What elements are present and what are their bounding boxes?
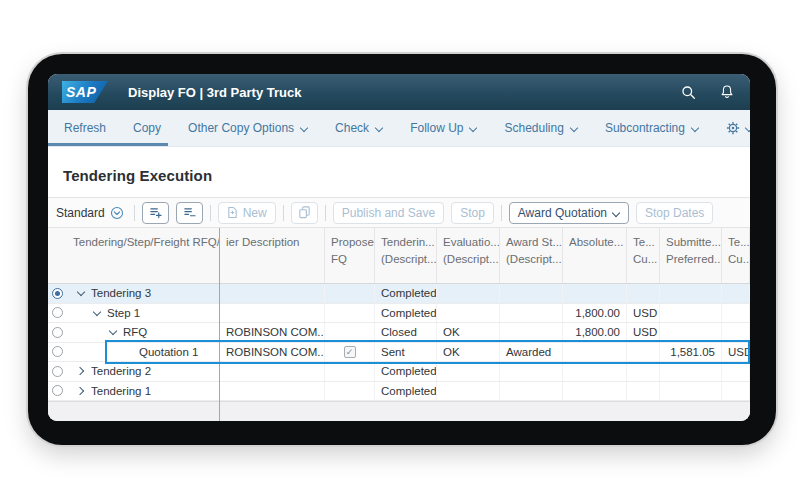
table-row[interactable]: Tendering 3 Completed xyxy=(48,284,750,304)
cell-currency-2 xyxy=(722,382,750,401)
cell-proposed-fq xyxy=(325,362,375,381)
cell-carrier-description xyxy=(220,382,325,401)
app-title: Display FO | 3rd Party Truck xyxy=(128,85,301,100)
table-row[interactable]: Tendering 1 Completed xyxy=(48,382,750,402)
collapse-all-icon xyxy=(183,206,196,219)
menu-item-refresh[interactable]: Refresh xyxy=(64,121,106,135)
table-row[interactable]: RFQ ROBINSON COM... Closed OK 1,800.00 U… xyxy=(48,323,750,343)
cell-proposed-fq xyxy=(325,382,375,401)
view-selector-icon xyxy=(110,206,124,220)
row-select-radio[interactable] xyxy=(52,307,63,318)
row-select-radio[interactable] xyxy=(52,327,63,338)
cell-carrier-description: ROBINSON COM... xyxy=(220,323,325,342)
expand-all-button[interactable] xyxy=(142,202,169,224)
column-header-absolute[interactable]: Absolute... xyxy=(563,228,627,283)
screenshot-canvas: SAP Display FO | 3rd Party Truck Refresh… xyxy=(0,0,800,500)
column-header-hierarchy[interactable]: Tendering/Step/Freight RFQ/... xyxy=(67,228,220,283)
tree-node-label: Tendering 1 xyxy=(91,385,151,397)
copy-button[interactable] xyxy=(291,202,318,224)
tree-expander-icon[interactable] xyxy=(91,307,103,319)
menu-item-other-copy-options[interactable]: Other Copy Options xyxy=(188,121,308,135)
column-header-proposed-fq[interactable]: ProposedFQ xyxy=(325,228,375,283)
cell-absolute xyxy=(563,362,627,381)
table-row[interactable]: Tendering 2 Completed xyxy=(48,362,750,382)
cell-evaluation xyxy=(437,382,500,401)
table-row[interactable]: Quotation 1 ROBINSON COM... ✓ Sent OK Aw… xyxy=(48,343,750,363)
cell-award-status xyxy=(500,362,563,381)
column-header-currency-2[interactable]: Te...Cu... xyxy=(722,228,750,283)
table-row[interactable]: Step 1 Completed 1,800.00 USD xyxy=(48,304,750,324)
cell-currency-1: USD xyxy=(627,304,660,323)
cell-submitted-preferred xyxy=(660,362,722,381)
column-header-currency-1[interactable]: Te...Cu... xyxy=(627,228,660,283)
view-selector[interactable]: Standard xyxy=(56,206,124,220)
cell-absolute xyxy=(563,284,627,303)
tree-expander-icon[interactable] xyxy=(75,385,87,397)
search-icon[interactable] xyxy=(681,85,696,100)
notifications-bell-icon[interactable] xyxy=(720,84,734,100)
chevron-down-icon xyxy=(375,125,383,131)
cell-award-status xyxy=(500,284,563,303)
frozen-column-divider xyxy=(219,228,220,421)
row-select-radio[interactable] xyxy=(52,288,63,299)
copy-document-icon xyxy=(298,206,311,219)
column-header-tendering-status[interactable]: Tenderin...(Descript... xyxy=(375,228,437,283)
stop-dates-button[interactable]: Stop Dates xyxy=(636,202,713,224)
row-select-radio[interactable] xyxy=(52,385,63,396)
cell-evaluation xyxy=(437,284,500,303)
stop-button[interactable]: Stop xyxy=(451,202,494,224)
tree-expander-icon[interactable] xyxy=(107,326,119,338)
cell-currency-2 xyxy=(722,284,750,303)
award-quotation-button[interactable]: Award Quotation xyxy=(509,202,629,224)
table-body: Tendering 3 Completed Step 1 Completed 1… xyxy=(48,284,750,401)
publish-and-save-button[interactable]: Publish and Save xyxy=(333,202,444,224)
tree-node-label: Tendering 2 xyxy=(91,365,151,377)
menu-bar: Refresh Copy Other Copy Options Check Fo… xyxy=(48,110,750,147)
cell-carrier-description xyxy=(220,362,325,381)
cell-currency-2 xyxy=(722,362,750,381)
cell-carrier-description: ROBINSON COM... xyxy=(220,343,325,362)
cell-currency-1 xyxy=(627,284,660,303)
cell-tendering-status: Completed xyxy=(375,284,437,303)
cell-proposed-fq: ✓ xyxy=(325,343,375,362)
chevron-down-icon xyxy=(745,125,750,131)
cell-absolute: 1,800.00 xyxy=(563,323,627,342)
tree-expander-icon[interactable] xyxy=(75,365,87,377)
cell-currency-1 xyxy=(627,343,660,362)
table-footer-strip xyxy=(48,401,750,421)
column-header-award-status[interactable]: Award St...(Descript... xyxy=(500,228,563,283)
cell-award-status xyxy=(500,382,563,401)
menu-item-copy[interactable]: Copy xyxy=(133,121,161,135)
cell-carrier-description xyxy=(220,304,325,323)
cell-absolute xyxy=(563,382,627,401)
cell-proposed-fq xyxy=(325,323,375,342)
active-tab-underline xyxy=(48,143,168,146)
select-all-column-header xyxy=(48,228,67,283)
cell-currency-2: USD xyxy=(722,343,750,362)
row-select-radio[interactable] xyxy=(52,366,63,377)
column-header-carrier-description[interactable]: ier Description xyxy=(220,228,325,283)
chevron-down-icon xyxy=(691,125,699,131)
cell-award-status: Awarded xyxy=(500,343,563,362)
menu-item-follow-up[interactable]: Follow Up xyxy=(410,121,477,135)
collapse-all-button[interactable] xyxy=(176,202,203,224)
tree-expander-icon[interactable] xyxy=(75,287,87,299)
add-document-icon xyxy=(227,206,238,219)
column-header-evaluation[interactable]: Evaluatio...(Descript... xyxy=(437,228,500,283)
tree-node-label: Step 1 xyxy=(107,307,140,319)
proposed-fq-checkbox[interactable]: ✓ xyxy=(344,346,356,358)
menu-item-subcontracting[interactable]: Subcontracting xyxy=(605,121,699,135)
page-title: Tendering Execution xyxy=(63,167,212,184)
column-header-submitted-preferred[interactable]: Submitte...Preferred... xyxy=(660,228,722,283)
menu-item-check[interactable]: Check xyxy=(335,121,383,135)
menu-item-scheduling[interactable]: Scheduling xyxy=(504,121,577,135)
row-select-radio[interactable] xyxy=(52,346,63,357)
new-button[interactable]: New xyxy=(218,202,276,224)
settings-menu-button[interactable] xyxy=(726,121,750,135)
toolbar-separator xyxy=(325,205,326,221)
cell-submitted-preferred xyxy=(660,304,722,323)
cell-evaluation xyxy=(437,304,500,323)
toolbar-separator xyxy=(134,205,135,221)
cell-currency-1 xyxy=(627,382,660,401)
tree-node-label: Tendering 3 xyxy=(91,287,151,299)
